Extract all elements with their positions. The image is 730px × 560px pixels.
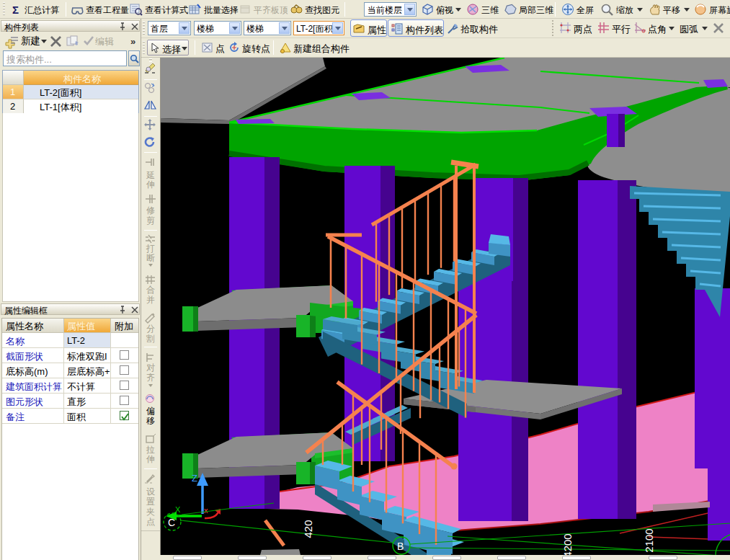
svg-text:x: x [204, 506, 208, 515]
svg-text:B: B [397, 541, 404, 552]
svg-text:4200: 4200 [561, 533, 574, 555]
svg-text:Z: Z [192, 473, 197, 484]
svg-text:X: X [175, 505, 181, 514]
svg-text:2100: 2100 [643, 528, 655, 552]
svg-text:420: 420 [302, 520, 314, 538]
svg-text:C: C [168, 517, 175, 528]
